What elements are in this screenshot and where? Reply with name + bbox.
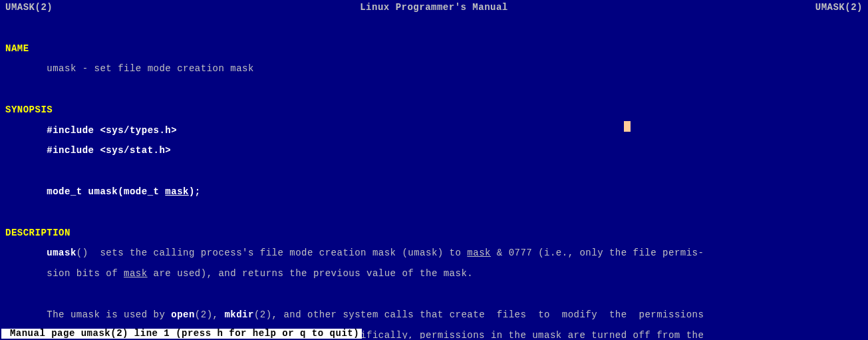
blank-line	[5, 289, 863, 299]
header-center: Linux Programmer's Manual	[360, 3, 508, 13]
blank-line	[5, 166, 863, 176]
section-description-heading: DESCRIPTION	[5, 228, 863, 238]
blank-line	[5, 208, 863, 218]
section-synopsis-heading: SYNOPSIS	[5, 105, 863, 115]
text-cursor	[624, 121, 631, 132]
desc-line: umask() sets the calling process's file …	[5, 248, 863, 258]
pager-status-bar[interactable]: Manual page umask(2) line 1 (press h for…	[1, 329, 362, 339]
desc-line: The umask is used by open(2), mkdir(2), …	[5, 310, 863, 320]
synopsis-include1: #include <sys/types.h>	[5, 126, 863, 136]
blank-line	[5, 23, 863, 33]
name-line: umask - set file mode creation mask	[5, 64, 863, 74]
synopsis-signature: mode_t umask(mode_t mask);	[5, 187, 863, 197]
synopsis-include2: #include <sys/stat.h>	[5, 146, 863, 156]
manpage-header: UMASK(2) Linux Programmer's Manual UMASK…	[1, 1, 867, 13]
blank-line	[5, 85, 863, 94]
manpage-body: NAME umask - set file mode creation mask…	[1, 13, 867, 340]
header-left: UMASK(2)	[5, 3, 53, 13]
header-right: UMASK(2)	[815, 3, 863, 13]
section-name-heading: NAME	[5, 44, 863, 54]
desc-line: sion bits of mask are used), and returns…	[5, 269, 863, 279]
